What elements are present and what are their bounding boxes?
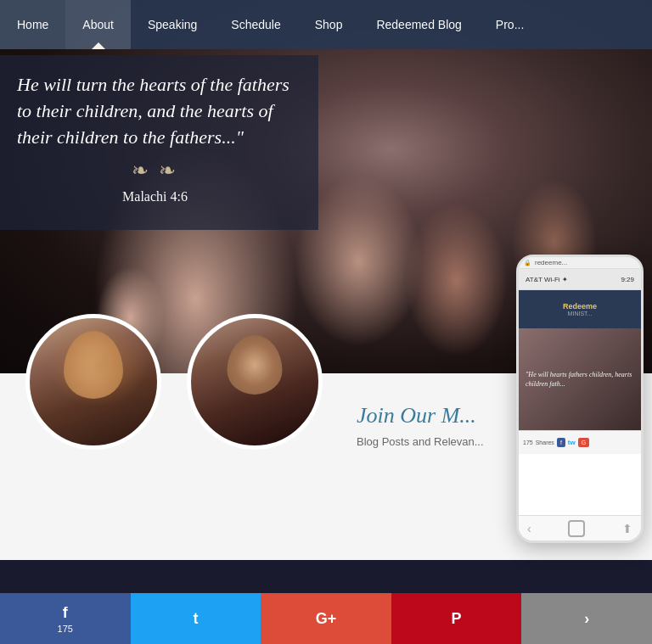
quote-overlay: He will turn the hearts of the fathers t… (0, 55, 318, 230)
quote-reference: Malachi 4:6 (17, 189, 293, 204)
twitter-share-button[interactable]: t (131, 593, 261, 644)
nav-schedule[interactable]: Schedule (214, 0, 297, 49)
phone-shares-bar: 175 Shares f tw G (519, 430, 641, 454)
phone-hero-image: "He will hearts fathers children, hearts… (519, 328, 641, 430)
twitter-icon: t (193, 610, 198, 628)
phone-shares-label: Shares (536, 440, 554, 445)
nav-about[interactable]: About (65, 0, 131, 49)
facebook-share-button[interactable]: f 175 (0, 593, 131, 644)
phone-app-header: Redeeme MINIST... (519, 290, 641, 328)
phone-tw-button[interactable]: tw (568, 439, 576, 446)
nav-home[interactable]: Home (0, 0, 65, 49)
phone-back-arrow[interactable]: ‹ (527, 522, 531, 535)
phone-forward-arrow[interactable]: ⬆ (622, 522, 632, 535)
pinterest-icon: P (452, 610, 462, 628)
more-share-button[interactable]: › (521, 593, 652, 644)
portraits-section (0, 297, 348, 467)
googleplus-icon: G+ (316, 610, 337, 628)
facebook-icon: f (63, 604, 68, 622)
phone-frame: 🔒 redeeme... AT&T Wi-Fi ✦ 9:29 Redeeme M… (516, 255, 644, 543)
portrait-man (187, 314, 323, 450)
phone-screen: Redeeme MINIST... "He will hearts father… (519, 290, 641, 543)
lock-icon: 🔒 (524, 260, 531, 266)
nav-shop[interactable]: Shop (298, 0, 360, 49)
navbar: Home About Speaking Schedule Shop Redeem… (0, 0, 652, 49)
phone-gp-button[interactable]: G (578, 438, 589, 447)
portrait-woman (25, 314, 161, 450)
more-icon: › (584, 610, 589, 628)
phone-shares-count: 175 (523, 440, 533, 445)
phone-time: 9:29 (621, 276, 634, 283)
phone-navigation-bar: ‹ ⬆ (519, 515, 641, 540)
facebook-count: 175 (58, 624, 73, 634)
phone-quote-preview: "He will hearts fathers children, hearts… (526, 370, 634, 389)
hero-quote-text: He will turn the hearts of the fathers t… (17, 72, 293, 150)
phone-fb-button[interactable]: f (557, 438, 565, 447)
nav-speaking[interactable]: Speaking (131, 0, 214, 49)
social-share-bar: f 175 t G+ P › (0, 593, 652, 644)
phone-logo-line1: Redeeme (563, 302, 597, 311)
nav-pro[interactable]: Pro... (479, 0, 541, 49)
phone-status-bar: AT&T Wi-Fi ✦ 9:29 (519, 269, 641, 290)
phone-carrier: AT&T Wi-Fi ✦ (526, 276, 568, 283)
phone-logo: Redeeme MINIST... (559, 298, 601, 321)
quote-divider: ❧ ❧ (17, 159, 293, 182)
phone-url: redeeme... (535, 259, 567, 266)
googleplus-share-button[interactable]: G+ (261, 593, 391, 644)
phone-mockup: 🔒 redeeme... AT&T Wi-Fi ✦ 9:29 Redeeme M… (508, 255, 652, 577)
pinterest-share-button[interactable]: P (391, 593, 522, 644)
phone-home-button[interactable] (568, 520, 585, 537)
phone-logo-line2: MINIST... (563, 311, 597, 316)
phone-url-bar: 🔒 redeeme... (519, 257, 641, 269)
nav-blog[interactable]: Redeemed Blog (359, 0, 478, 49)
